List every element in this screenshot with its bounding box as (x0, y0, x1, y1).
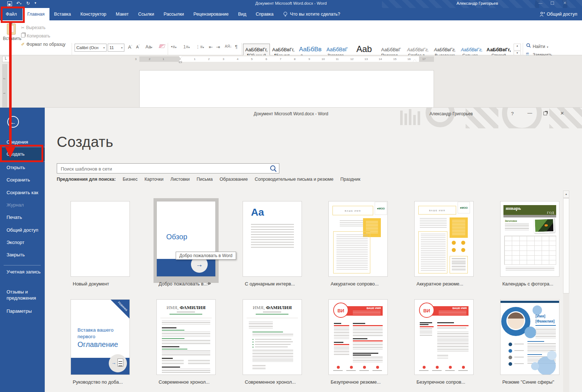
backstage-minimize-icon[interactable]: — (527, 110, 532, 116)
template-caption: Аккуратное резюме... (416, 281, 463, 287)
help-icon[interactable]: ? (511, 111, 514, 116)
find-button[interactable]: Найти ▾ (526, 43, 548, 49)
template-polished-cover-letter[interactable]: ВАШЕ ИМЯ ВИ (414, 299, 474, 375)
sidebar-item-info[interactable]: Сведения (7, 139, 41, 145)
backstage-restore-icon[interactable] (543, 112, 547, 115)
left-indent-marker[interactable] (179, 61, 182, 63)
right-indent-marker[interactable] (413, 59, 416, 61)
search-suggestions: Предложения для поиска: Бизнес Карточки … (57, 177, 360, 182)
template-neat-resume[interactable]: ВАШЕ ИМЯ ●MOO (414, 201, 474, 277)
grow-font-button[interactable]: Аˆ (128, 44, 132, 50)
tooltip: Добро пожаловать в Word (176, 252, 236, 260)
sidebar-item-save[interactable]: Сохранить (7, 177, 41, 183)
template-caption: Аккуратное сопрово... (331, 281, 379, 287)
suggestion-education[interactable]: Образование (220, 177, 248, 182)
search-icon (526, 43, 531, 48)
template-caption: Резюме "Синие сферы" (502, 379, 554, 385)
clear-formatting-icon[interactable] (159, 44, 165, 48)
document-page[interactable] (139, 70, 434, 107)
sidebar-item-options[interactable]: Параметры (7, 308, 41, 314)
annotation-arrow-head (5, 147, 15, 158)
template-caption: Новый документ (73, 281, 109, 287)
styles-scroll-up[interactable]: ▴ (514, 44, 521, 51)
shrink-font-button[interactable]: Аˇ (136, 44, 140, 49)
backstage-decoration (396, 108, 582, 128)
share-button[interactable]: Общий доступ (535, 8, 582, 20)
suggestion-holiday[interactable]: Праздник (340, 177, 360, 182)
template-blank-document[interactable] (71, 201, 130, 277)
template-single-spaced[interactable]: Aa (243, 201, 302, 277)
tab-review[interactable]: Рецензирование (189, 8, 234, 20)
template-caption: Современное хронол... (245, 379, 296, 385)
scrollbar-thumb[interactable] (563, 198, 569, 293)
template-photo-calendar[interactable]: январь ГОД Заголовок (500, 201, 559, 277)
sidebar-item-share[interactable]: Общий доступ (7, 227, 41, 233)
first-line-indent-marker[interactable] (179, 56, 182, 59)
template-search-box (57, 163, 279, 173)
tab-selector[interactable]: L (2, 56, 9, 62)
ribbon-tab-bar: Файл Главная Вставка Конструктор Макет С… (0, 8, 582, 20)
numbering-button[interactable]: 1≡▾ (183, 44, 190, 49)
sidebar-item-account[interactable]: Учетная запись (7, 269, 41, 275)
tab-help[interactable]: Справка (251, 8, 278, 20)
pilcrow-button[interactable]: ¶ (235, 44, 238, 49)
suggestion-flyers[interactable]: Листовки (170, 177, 190, 182)
template-neat-cover-letter[interactable]: ВАШЕ ИМЯ ●MOO (328, 201, 388, 277)
template-blue-spheres-resume[interactable]: [Имя] [Фамилия] (500, 299, 559, 375)
template-modern-cover-letter[interactable]: ИМЯ, ФАМИЛИЯ (243, 299, 302, 375)
horizontal-ruler[interactable]: 3 2 1 1 2 3 4 5 6 7 8 9 10 11 12 13 14 1… (139, 56, 434, 62)
copy-button[interactable]: Копировать (21, 32, 50, 39)
suggestion-cards[interactable]: Карточки (144, 177, 163, 182)
tell-me-box[interactable]: Что вы хотите сделать? (278, 8, 345, 20)
minimize-icon[interactable]: — (538, 1, 542, 5)
share-person-icon (539, 12, 545, 17)
suggestion-letters[interactable]: Письма (197, 177, 213, 182)
backstage-window-title: Документ Microsoft Word.docx - Word (0, 111, 582, 116)
change-case-button[interactable]: Аа▾ (146, 44, 152, 49)
cut-button[interactable]: ✂ Вырезать (21, 24, 45, 31)
template-welcome-tour[interactable]: Обзор → (156, 201, 216, 277)
search-input[interactable] (60, 164, 265, 173)
font-name-combo[interactable]: Calibri (Осн▾ (75, 44, 107, 52)
ribbon: Вставить ✂ Вырезать Копировать ✐ Формат … (0, 20, 582, 55)
decrease-indent-button[interactable]: ⇤ (209, 44, 213, 50)
template-toc-guide[interactable]: Новинка Вставка вашего первого Оглавлени… (71, 299, 130, 375)
backstage-account-name[interactable]: Александр Григорьев (393, 111, 473, 116)
tab-design[interactable]: Конструктор (76, 8, 111, 20)
sidebar-item-save-as[interactable]: Сохранить как (7, 189, 41, 196)
search-icon[interactable] (270, 165, 278, 173)
lightbulb-icon (283, 12, 288, 17)
tab-references[interactable]: Ссылки (133, 8, 159, 20)
document-area: L 3 2 1 1 2 3 4 5 6 7 8 9 10 11 12 13 14… (0, 55, 582, 107)
sidebar-item-open[interactable]: Открыть (7, 164, 41, 171)
scrollbar[interactable]: ▲ (563, 191, 569, 392)
tab-insert[interactable]: Вставка (49, 8, 76, 20)
sidebar-item-feedback[interactable]: Отзывы и предложения (7, 289, 41, 301)
sidebar-item-export[interactable]: Экспорт (7, 239, 41, 245)
vertical-ruler[interactable]: 2 1 (2, 64, 7, 107)
multilevel-list-button[interactable]: ⋮≡▾ (196, 44, 204, 49)
template-modern-resume[interactable]: ИМЯ, ФАМИЛИЯ (156, 299, 216, 375)
account-name[interactable]: Александр Григорьев (457, 1, 498, 5)
font-size-combo[interactable]: 11▾ (108, 44, 124, 52)
cut-icon: ✂ (21, 25, 24, 30)
tab-layout[interactable]: Макет (111, 8, 133, 20)
restore-icon[interactable] (551, 1, 554, 5)
tab-home[interactable]: Главная (23, 8, 49, 20)
bullets-button[interactable]: •≡▾ (171, 44, 176, 49)
suggestion-business[interactable]: Бизнес (123, 177, 137, 182)
suggestion-resume[interactable]: Сопроводительные письма и резюме (255, 177, 333, 182)
sidebar-item-print[interactable]: Печать (7, 214, 41, 220)
tab-mailings[interactable]: Рассылки (159, 8, 189, 20)
increase-indent-button[interactable]: ⇥ (216, 44, 220, 50)
sort-button[interactable]: АЯ↓ (225, 44, 232, 48)
moo-logo: ●MOO (375, 202, 387, 215)
scrollbar-up-button[interactable]: ▲ (563, 191, 569, 198)
close-icon[interactable]: ✕ (563, 1, 566, 5)
pin-icon[interactable] (207, 281, 211, 286)
backstage-close-icon[interactable]: ✕ (560, 111, 564, 116)
format-painter-button[interactable]: ✐ Формат по образцу (21, 41, 65, 47)
sidebar-item-close[interactable]: Закрыть (7, 252, 41, 258)
tab-view[interactable]: Вид (233, 8, 251, 20)
template-polished-resume[interactable]: ВАШЕ ИМЯ ВИ (328, 299, 388, 375)
